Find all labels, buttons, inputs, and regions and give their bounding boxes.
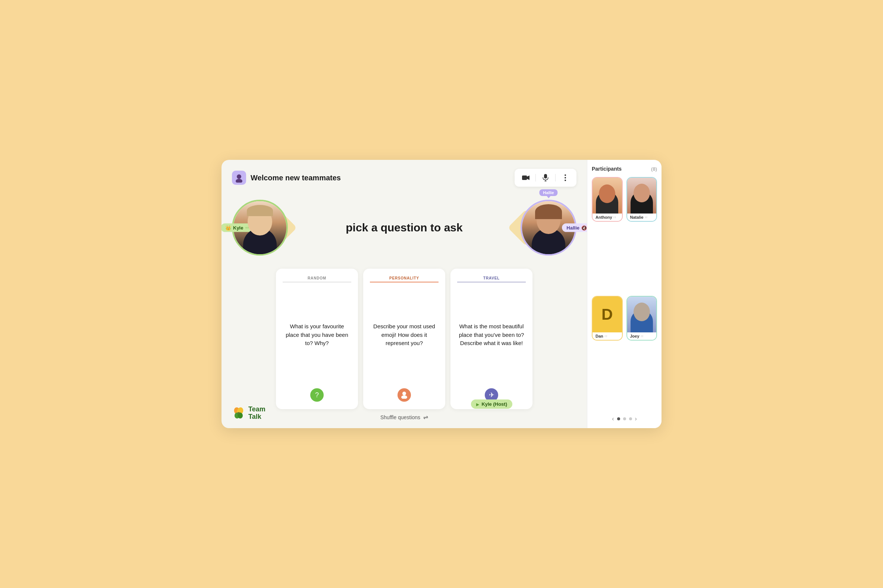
card-personality[interactable]: PERSONALITY Describe your most used emoj… (363, 268, 445, 409)
card-icon-personality (397, 388, 411, 402)
participant-photo-anthony (593, 178, 622, 213)
dan-initial: D (602, 306, 613, 323)
svg-point-7 (564, 174, 566, 176)
hallie-name: Hallie (566, 225, 579, 231)
sidebar: Participants (8) Anthony ↑↑ Natalie ↑↑ (587, 160, 662, 428)
participant-count: (8) (651, 166, 657, 172)
dan-bars: ↑↑ (605, 334, 608, 338)
participant-card-joey[interactable]: Joey ↑↑ (626, 296, 657, 340)
participant-name-anthony: Anthony ↑↑ (593, 213, 622, 221)
header-left: Welcome new teammates (232, 171, 341, 185)
card-category-personality: PERSONALITY (370, 276, 439, 282)
natalie-bars: ↑↑ (645, 216, 648, 219)
svg-point-10 (402, 392, 406, 395)
shuffle-label: Shuffle questions (381, 414, 420, 420)
card-text-random: What is your favourite place that you ha… (283, 285, 351, 385)
joey-bars: ↑↑ (641, 334, 644, 338)
participant-card-natalie[interactable]: Natalie ↑↑ (626, 177, 657, 222)
stage-center-text: pick a question to ask (295, 221, 513, 234)
svg-point-0 (237, 174, 241, 179)
participant-grid: Anthony ↑↑ Natalie ↑↑ D Dan ↑↑ (592, 177, 657, 411)
card-category-random: RANDOM (283, 276, 351, 282)
more-icon (564, 174, 566, 181)
participant-name-joey: Joey ↑↑ (627, 332, 657, 340)
anthony-bars: ↑↑ (614, 216, 617, 219)
pagination: ‹ › (592, 416, 657, 422)
logo-text: Team Talk (248, 406, 265, 421)
svg-point-11 (401, 395, 407, 399)
logo-team: Team (248, 406, 265, 413)
participant-name-natalie: Natalie ↑↑ (627, 213, 657, 221)
header: Welcome new teammates (232, 169, 576, 187)
dan-name: Dan (596, 334, 603, 338)
hallie-mic-icon: 🔇 (581, 225, 587, 230)
sidebar-title: Participants (592, 166, 621, 172)
hallie-floating-label: Hallie (539, 189, 558, 196)
kyle-crown-icon: 👑 (225, 225, 231, 231)
svg-point-9 (564, 180, 566, 181)
participant-name-dan: Dan ↑↑ (593, 332, 622, 340)
page-dot-3 (629, 417, 632, 420)
logo-icon (232, 406, 245, 420)
main-area: Welcome new teammates (221, 160, 587, 428)
logo-talk: Talk (248, 413, 265, 421)
next-page-button[interactable]: › (635, 416, 637, 422)
participant-photo-dan: D (593, 297, 622, 332)
sidebar-header: Participants (8) (592, 166, 657, 172)
kyle-participant: 👑 Kyle ↑↑ (232, 200, 288, 256)
hallie-badge: Hallie 🔇 (562, 224, 587, 232)
more-button[interactable] (559, 172, 571, 184)
participant-card-anthony[interactable]: Anthony ↑↑ (592, 177, 623, 222)
cards-row: RANDOM What is your favourite place that… (232, 268, 576, 409)
page-dot-2 (623, 417, 626, 420)
page-title: Welcome new teammates (251, 174, 341, 182)
camera-button[interactable] (520, 172, 532, 184)
kyle-name: Kyle (233, 225, 243, 231)
header-controls (514, 169, 576, 187)
card-random[interactable]: RANDOM What is your favourite place that… (276, 268, 358, 409)
participant-photo-joey (627, 297, 657, 332)
shuffle-row[interactable]: Shuffle questions ⇌ (232, 414, 576, 421)
stage-inner: 👑 Kyle ↑↑ pick a question to ask Hallie (232, 190, 576, 265)
card-text-personality: Describe your most used emoji! How does … (370, 285, 439, 385)
participant-card-dan[interactable]: D Dan ↑↑ (592, 296, 623, 340)
mic-icon (543, 174, 549, 182)
svg-point-1 (236, 179, 242, 183)
page-dot-1 (617, 417, 620, 420)
divider (536, 174, 536, 182)
shuffle-icon: ⇌ (423, 414, 428, 421)
avatar-icon (234, 173, 244, 183)
camera-icon (522, 175, 529, 181)
svg-point-8 (564, 177, 566, 178)
card-travel[interactable]: TRAVEL What is the most beautiful place … (450, 268, 533, 409)
logo: Team Talk (232, 406, 265, 421)
svg-rect-4 (544, 174, 547, 178)
card-text-travel: What is the most beautiful place that yo… (457, 285, 526, 385)
anthony-name: Anthony (596, 215, 612, 219)
joey-name: Joey (630, 334, 639, 338)
prev-page-button[interactable]: ‹ (612, 416, 614, 422)
participant-photo-natalie (627, 178, 657, 213)
hallie-participant: Hallie Hallie 🔇 (520, 200, 576, 256)
natalie-name: Natalie (630, 215, 644, 219)
divider-2 (555, 174, 556, 182)
svg-rect-2 (522, 176, 527, 180)
svg-point-16 (238, 412, 240, 414)
card-icon-random: ? (310, 388, 324, 402)
stage: 👑 Kyle ↑↑ pick a question to ask Hallie (232, 190, 576, 265)
header-avatar (232, 171, 246, 185)
mic-button[interactable] (540, 172, 552, 184)
svg-marker-3 (527, 176, 529, 180)
app-window: Welcome new teammates (221, 160, 662, 428)
card-category-travel: TRAVEL (457, 276, 526, 282)
hallie-label-text: Hallie (543, 190, 554, 195)
host-badge: Kyle (Host) (471, 399, 512, 409)
